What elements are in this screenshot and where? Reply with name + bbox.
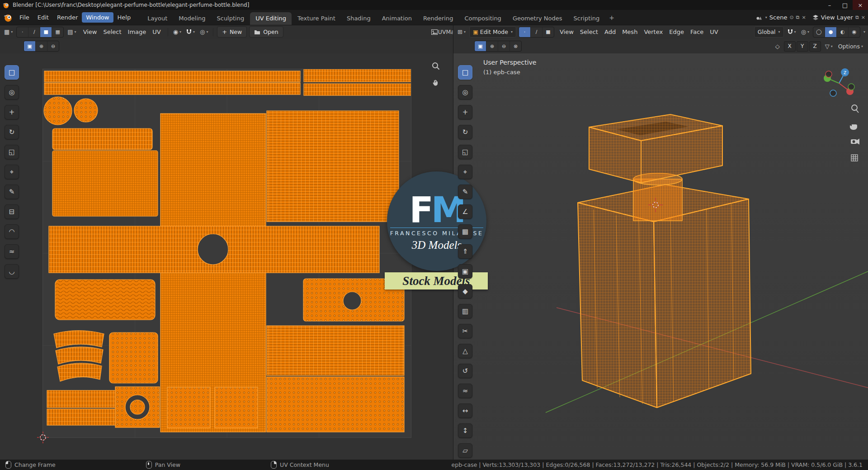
perfume-bottle-mesh[interactable] [578, 114, 751, 408]
uv-editor-canvas[interactable]: □◎+↻◱⌖✎⊟◠≈◡ [0, 53, 453, 460]
proportional-editing-button-3d[interactable]: ◎▾ [800, 28, 811, 35]
uv-tool-pinch[interactable]: ◡ [5, 264, 19, 279]
viewport-tool-extrude-region[interactable]: ⇑ [458, 244, 472, 259]
navigation-gizmo[interactable]: Z [824, 68, 854, 96]
pan-button[interactable] [430, 77, 441, 88]
sticky-selection-button[interactable]: ▤▾ [66, 28, 77, 35]
uv-tool-cursor[interactable]: ◎ [5, 85, 19, 100]
workspace-tab-compositing[interactable]: Compositing [459, 12, 507, 25]
viewport-menu-view[interactable]: View [557, 27, 577, 37]
viewport-tool-measure[interactable]: ∠ [458, 204, 472, 219]
viewport-pan-button[interactable] [850, 124, 857, 130]
uv-select-mode-island[interactable]: ▦ [52, 27, 63, 37]
transform-pivot-icon[interactable]: ◇ [774, 43, 781, 50]
workspace-tab-scripting[interactable]: Scripting [568, 12, 605, 25]
viewport-tool-select-box[interactable]: □ [458, 65, 472, 80]
new-view-layer-icon[interactable]: ⧉ [855, 14, 859, 20]
view-layer-selector[interactable]: View Layer ⧉ × [812, 14, 865, 21]
menu-file[interactable]: File [15, 12, 33, 23]
uv-tool-relax[interactable]: ≈ [5, 244, 19, 259]
viewport-tool-move[interactable]: + [458, 105, 472, 119]
scene-name[interactable]: Scene [769, 14, 788, 21]
uv-islands[interactable] [43, 69, 411, 437]
uv-select-mode-face[interactable]: ■ [40, 27, 52, 37]
shading-mode-wireframe[interactable]: ◯ [813, 27, 825, 37]
maximize-button[interactable]: □ [837, 0, 853, 10]
viewport-tool-smooth[interactable]: ≈ [458, 384, 472, 398]
uv-tweak-mode-new[interactable]: ▣ [24, 41, 35, 51]
image-open-button[interactable]: Open [249, 26, 283, 38]
uv-island-group[interactable] [44, 69, 411, 432]
mirror-axis-y[interactable]: Y [797, 41, 808, 52]
mesh-select-mode-face[interactable]: ■ [542, 27, 554, 37]
viewport-menu-select[interactable]: Select [577, 27, 601, 37]
snap-button-3d[interactable]: ▾ [786, 29, 797, 35]
falloff-icon[interactable]: ▽▾ [824, 43, 834, 50]
uv-tool-scale[interactable]: ◱ [5, 145, 19, 159]
menu-edit[interactable]: Edit [33, 12, 53, 23]
workspace-tab-uv-editing[interactable]: UV Editing [250, 12, 292, 25]
menu-help[interactable]: Help [113, 12, 135, 23]
uv-menu-image[interactable]: Image [125, 27, 150, 37]
workspace-tab-shading[interactable]: Shading [341, 12, 376, 25]
viewport-tool-bevel[interactable]: ◆ [458, 284, 472, 299]
uv-tool-move[interactable]: + [5, 105, 19, 119]
workspace-tab-sculpting[interactable]: Sculpting [211, 12, 250, 25]
viewport-tool-knife[interactable]: ✂ [458, 324, 472, 338]
pivot-point-button[interactable]: ◉▾ [172, 28, 183, 35]
mirror-axis-x[interactable]: X [784, 41, 796, 52]
uv-tool-annotate[interactable]: ✎ [5, 185, 19, 199]
viewport-ortho-button[interactable] [851, 155, 858, 161]
viewport-tool-edge-slide[interactable]: ↔ [458, 404, 472, 418]
viewport-tool-add-cube[interactable]: ▦ [458, 224, 472, 239]
editor-type-uv-button[interactable]: ▦▾ [3, 28, 14, 35]
viewport-tool-shrink-fatten[interactable]: ↕ [458, 423, 472, 438]
viewport-menu-vertex[interactable]: Vertex [641, 27, 666, 37]
shading-mode-material[interactable]: ◐ [836, 27, 848, 37]
viewport-tool-cursor[interactable]: ◎ [458, 85, 472, 100]
uv-menu-uv[interactable]: UV [149, 27, 164, 37]
viewport-tool-annotate[interactable]: ✎ [458, 185, 472, 199]
viewport-menu-edge[interactable]: Edge [666, 27, 687, 37]
uv-map-selector[interactable]: UVMa [430, 28, 456, 35]
pin-icon[interactable]: ⊙ [789, 14, 793, 20]
shading-mode-solid[interactable]: ● [825, 27, 836, 37]
select-tweak-mode-intersect[interactable]: ⊗ [509, 41, 521, 51]
uv-menu-select[interactable]: Select [100, 27, 124, 37]
viewport-menu-uv[interactable]: UV [707, 27, 721, 37]
uv-tool-transform[interactable]: ⌖ [5, 165, 19, 179]
add-workspace-button[interactable]: + [605, 12, 618, 24]
workspace-tab-rendering[interactable]: Rendering [418, 12, 458, 25]
shading-dropdown-icon[interactable]: ▾ [863, 30, 865, 34]
blender-menu-icon[interactable] [4, 13, 13, 22]
viewport-tool-loop-cut[interactable]: ▥ [458, 304, 472, 318]
workspace-tab-texture-paint[interactable]: Texture Paint [292, 12, 341, 25]
uv-tool-rip-region[interactable]: ⊟ [5, 204, 19, 219]
viewport-zoom-button[interactable] [852, 105, 859, 113]
zoom-button[interactable] [430, 61, 441, 71]
viewport-camera-button[interactable] [851, 139, 859, 145]
editor-type-3d-button[interactable]: ⊞▾ [456, 28, 467, 35]
uv-select-mode-edge[interactable]: / [28, 27, 40, 37]
unlink-scene-icon[interactable]: × [802, 14, 806, 20]
viewport-menu-add[interactable]: Add [601, 27, 619, 37]
view-layer-name[interactable]: View Layer [821, 14, 853, 21]
uv-2d-cursor[interactable] [37, 432, 49, 443]
menu-render[interactable]: Render [53, 12, 82, 23]
menu-window[interactable]: Window [82, 12, 113, 23]
uv-menu-view[interactable]: View [80, 27, 100, 37]
viewport-tool-shear[interactable]: ▱ [458, 443, 472, 458]
uv-tweak-mode-subtract[interactable]: ⊖ [47, 41, 59, 51]
mesh-select-mode-vertex[interactable]: · [519, 27, 530, 37]
uv-tool-rotate[interactable]: ↻ [5, 125, 19, 139]
minimize-button[interactable]: – [822, 0, 837, 10]
snap-button[interactable]: ▾ [185, 29, 196, 35]
select-tweak-mode-subtract[interactable]: ⊖ [498, 41, 509, 51]
workspace-tab-geometry-nodes[interactable]: Geometry Nodes [507, 12, 568, 25]
proportional-editing-button[interactable]: ◎▾ [198, 28, 209, 35]
mode-selector[interactable]: ▣ Edit Mode▾ [469, 26, 516, 38]
uv-tool-select-box[interactable]: □ [5, 65, 19, 80]
uv-space-bounds[interactable] [43, 69, 411, 437]
viewport-3d[interactable]: Z User Perspective (1) epb-ca [453, 53, 868, 460]
viewport-tool-rotate[interactable]: ↻ [458, 125, 472, 139]
